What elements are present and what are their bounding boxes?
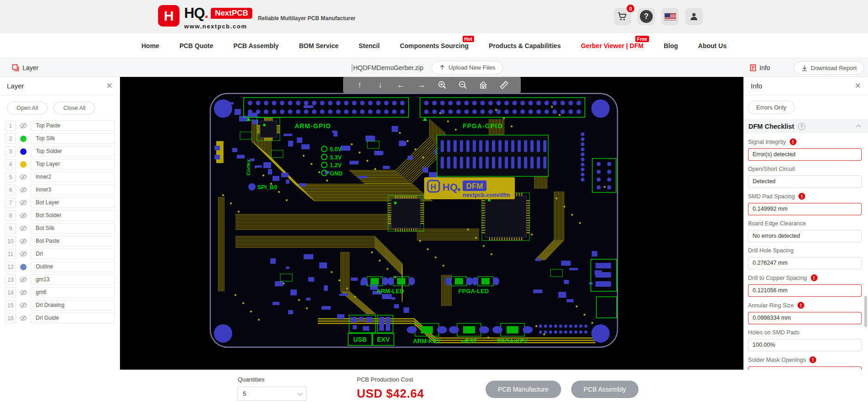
checklist-item-value[interactable]: 0.276247 mm (748, 257, 862, 269)
layer-name[interactable]: gm6 (31, 287, 115, 298)
eye-off-icon (19, 122, 27, 129)
layer-panel-close-icon[interactable]: ✕ (106, 81, 113, 91)
gerber-canvas[interactable]: ↑↓←→ ARM-GPIOFPGA-GPIO5.0V3.3V1.2VGNDSPI… (120, 77, 743, 370)
layer-visibility-toggle[interactable] (16, 174, 31, 180)
layer-visibility-toggle[interactable] (16, 186, 31, 193)
nav-item-stencil[interactable]: Stencil (359, 42, 380, 49)
download-report-button[interactable]: Download Report (794, 61, 864, 75)
zoom-out-tool[interactable] (458, 80, 468, 90)
nav-item-components-sourcing[interactable]: Components SourcingHot (400, 42, 469, 49)
layer-toggle[interactable]: Layer (12, 58, 38, 77)
layer-name[interactable]: Drl Guide (31, 313, 115, 323)
layer-visibility-toggle[interactable] (16, 276, 31, 283)
layer-name[interactable]: Top Solder (31, 146, 115, 157)
checklist-item-value[interactable]: 0.149992 mm (748, 203, 862, 215)
layer-name[interactable]: Bot Solder (31, 210, 115, 221)
layer-name[interactable]: Inner2 (31, 172, 115, 182)
checklist-item-value[interactable]: No errors detected (748, 230, 862, 242)
open-all-button[interactable]: Open All (7, 102, 48, 115)
layer-name[interactable]: Bot Layer (31, 197, 115, 208)
layer-visibility-toggle[interactable] (16, 148, 31, 155)
language-button[interactable] (661, 8, 679, 25)
fit-home-tool[interactable] (478, 80, 488, 90)
info-doc-icon (750, 64, 756, 71)
nav-item-pcb-assembly[interactable]: PCB Assembly (234, 42, 279, 49)
layer-visibility-toggle[interactable] (16, 225, 31, 232)
checklist-item-value[interactable]: 100.00% (748, 339, 862, 351)
canvas-toolbar: ↑↓←→ (343, 77, 521, 93)
layer-visibility-toggle[interactable] (16, 289, 31, 296)
upload-icon (439, 65, 445, 71)
layer-visibility-toggle[interactable] (16, 122, 31, 129)
layer-number: 7 (5, 197, 16, 208)
checklist-label-text: Drill Hole Spacing (748, 247, 793, 254)
site-header: H HQ . NextPCB www.nextpcb.com Reliable … (0, 0, 868, 33)
layer-visibility-toggle[interactable] (16, 315, 31, 322)
nav-item-label: Products & Capabilities (489, 42, 561, 49)
measure-tool[interactable] (499, 80, 509, 90)
layer-visibility-toggle[interactable] (16, 238, 31, 245)
close-all-button[interactable]: Close All (54, 102, 95, 115)
checklist-item-value[interactable]: Detected (748, 175, 862, 188)
help-button[interactable]: ? (638, 8, 655, 25)
errors-only-button[interactable]: Errors Only (748, 101, 795, 114)
checklist-label-text: Open/Short Circuit (748, 166, 795, 172)
upload-new-files-button[interactable]: Upload New Files (431, 61, 503, 74)
quantity-select[interactable]: 5 (238, 387, 306, 401)
layer-visibility-toggle[interactable] (16, 264, 31, 270)
nav-item-gerber-viewer-dfm[interactable]: Gerber Viewer | DFMFree (581, 42, 644, 49)
nav-item-about-us[interactable]: About Us (698, 42, 726, 49)
layer-name[interactable]: Drl Drawing (31, 300, 115, 311)
question-icon: ? (640, 10, 653, 23)
zoom-in-tool[interactable] (437, 80, 447, 90)
nav-item-home[interactable]: Home (142, 42, 159, 49)
checklist-item-value[interactable]: Error(s) detected (748, 148, 862, 161)
nav-item-blog[interactable]: Blog (664, 42, 678, 49)
eye-off-icon (19, 276, 27, 283)
spi-label: SPI_B0 (257, 184, 277, 191)
cortex-label: Cortex (246, 159, 251, 175)
pan-up-tool[interactable]: ↑ (355, 80, 365, 90)
nav-item-pcb-quote[interactable]: PCB Quote (180, 42, 213, 49)
dfm-help-icon[interactable]: ? (798, 123, 805, 130)
layer-name[interactable]: Top Paste (31, 120, 115, 131)
layer-name[interactable]: Inner3 (31, 185, 115, 195)
layer-visibility-toggle[interactable] (16, 136, 31, 142)
nav-item-bom-service[interactable]: BOM Service (299, 42, 338, 49)
checklist-item-value[interactable]: Error(s) detected (748, 366, 862, 370)
layer-name[interactable]: Bot Silk (31, 223, 115, 234)
pcb-manufacture-button[interactable]: PCB Manufacture (486, 381, 561, 398)
info-panel-close-icon[interactable]: ✕ (855, 81, 861, 91)
layer-name[interactable]: Drl (31, 249, 115, 259)
pcb-assembly-button[interactable]: PCB Assembly (571, 381, 639, 398)
layer-visibility-toggle[interactable] (16, 199, 31, 206)
brand-logo[interactable]: H HQ . NextPCB www.nextpcb.com Reliable … (158, 5, 355, 30)
layer-name[interactable]: Bot Paste (31, 236, 115, 246)
dfm-checklist-header[interactable]: DFM Checklist ? (744, 119, 868, 133)
layer-visibility-toggle[interactable] (16, 161, 31, 168)
nav-item-products-capabilities[interactable]: Products & Capabilities (489, 42, 561, 49)
layer-name[interactable]: Top Layer (31, 159, 115, 169)
info-toggle[interactable]: Info (750, 58, 770, 77)
pan-left-tool[interactable]: ← (396, 80, 406, 90)
layer-visibility-toggle[interactable] (16, 212, 31, 219)
layer-name[interactable]: Top Silk (31, 133, 115, 144)
layer-name[interactable]: Outline (31, 262, 115, 272)
layer-row: 15Drl Drawing (5, 300, 115, 311)
checklist-item-value[interactable]: 0.121056 mm (748, 284, 862, 297)
collapse-chevron-icon[interactable] (856, 124, 861, 129)
account-button[interactable] (685, 8, 703, 25)
pan-down-tool[interactable]: ↓ (375, 80, 385, 90)
pcb-render[interactable]: ARM-GPIOFPGA-GPIO5.0V3.3V1.2VGNDSPI_B0Co… (120, 77, 743, 370)
layer-visibility-toggle[interactable] (16, 251, 31, 257)
nav-item-label: BOM Service (299, 42, 338, 49)
gerber-filename[interactable]: HQDFMDemoGerber.zip (352, 64, 423, 71)
eye-off-icon (19, 225, 27, 232)
cart-button[interactable]: 0 (614, 8, 631, 25)
pan-right-tool[interactable]: → (416, 80, 426, 90)
info-panel-scrollbar[interactable] (864, 296, 867, 327)
layer-visibility-toggle[interactable] (16, 302, 31, 309)
checklist-item-value[interactable]: 0.0998334 mm (748, 312, 862, 324)
checklist-item-label: Solder Mask Openings! (748, 356, 862, 363)
layer-name[interactable]: gm13 (31, 274, 115, 285)
